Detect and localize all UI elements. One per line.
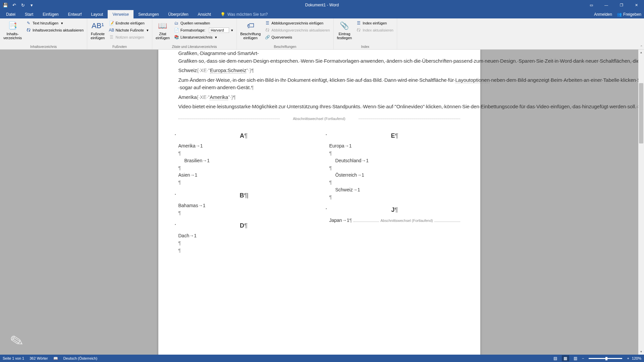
tab-ueberpruefen[interactable]: Überprüfen (164, 10, 193, 18)
tab-einfuegen[interactable]: Einfügen (38, 10, 63, 18)
qat-customize-icon[interactable]: ▾ (28, 1, 36, 9)
paragraph-index-amerika[interactable]: Amerika{·XE·"Amerika"·}¶ (178, 94, 460, 101)
group-index: 📎 Eintrag festlegen ☰Index einfügen 🗘Ind… (334, 18, 397, 49)
zoom-level[interactable]: 120% (632, 356, 641, 360)
endnote-icon: 📝 (109, 20, 114, 26)
crossref-icon: 🔗 (265, 35, 270, 40)
section-break: Abschnittswechsel (Fortlaufend) (178, 116, 460, 122)
tab-sendungen[interactable]: Sendungen (133, 10, 163, 18)
index-entry: ¶ (178, 247, 309, 254)
tell-me-search[interactable]: 💡Was möchten Sie tun? (216, 10, 272, 18)
signin-button[interactable]: Anmelden (594, 12, 612, 17)
ribbon-content: 📑 Inhalts- verzeichnis ✎Text hinzufügen▾… (0, 18, 644, 50)
bulb-icon: 💡 (220, 12, 225, 17)
scroll-down-icon[interactable]: ▼ (638, 349, 644, 355)
index-entry: Brasilien→1 (178, 157, 309, 164)
index-letter-e: ▪E¶ (329, 131, 460, 140)
paragraph[interactable]: Zum·Ändern·der·Weise,·in·der·sich·ein·Bi… (178, 76, 460, 92)
index-col-left[interactable]: ▪A¶ Amerika→1¶ Brasilien→1¶ Asien→1¶ ▪B¶… (178, 127, 309, 254)
tab-verweise[interactable]: Verweise (108, 10, 133, 18)
share-icon: 👥 (617, 12, 622, 17)
update-index-icon: 🗘 (356, 27, 361, 33)
collapse-ribbon-icon[interactable]: ⌃ (640, 45, 643, 49)
tab-ansicht[interactable]: Ansicht (193, 10, 216, 18)
ribbon-tabs: Datei Start Einfügen Entwurf Layout Verw… (0, 10, 644, 18)
section-break-inline: Abschnittswechsel (Fortlaufend) (380, 218, 433, 224)
caption-icon: 🏷 (245, 20, 256, 31)
zoom-slider[interactable] (589, 358, 622, 359)
zoom-in-icon[interactable]: + (627, 356, 629, 360)
status-language[interactable]: Deutsch (Österreich) (63, 356, 97, 360)
view-web-icon[interactable]: ▥ (572, 355, 579, 361)
undo-icon[interactable]: ↶ (10, 1, 18, 9)
status-page[interactable]: Seite 1 von 1 (3, 356, 24, 360)
next-footnote-button[interactable]: ABNächste Fußnote▾ (108, 27, 150, 34)
bibliography-button[interactable]: 📚Literaturverzeichnis▾ (172, 34, 234, 41)
document-scroll[interactable]: Grafiken,·Diagramme·und·SmartArt-Grafike… (0, 50, 638, 355)
insert-figure-index-button[interactable]: ☰Abbildungsverzeichnis einfügen (263, 20, 331, 26)
status-words[interactable]: 362 Wörter (30, 356, 48, 360)
scroll-thumb[interactable] (639, 83, 643, 143)
maximize-icon[interactable]: ❐ (614, 0, 629, 10)
group-footnotes: AB¹ Fußnote einfügen 📝Endnote einfügen A… (87, 18, 152, 49)
add-text-button[interactable]: ✎Text hinzufügen▾ (24, 20, 85, 26)
update-index-button[interactable]: 🗘Index aktualisieren (355, 27, 395, 34)
index-entry: Dach→1 (178, 232, 309, 239)
group-captions: 🏷 Beschriftung einfügen ☰Abbildungsverze… (237, 18, 333, 49)
page[interactable]: Grafiken,·Diagramme·und·SmartArt-Grafike… (158, 50, 480, 355)
insert-endnote-button[interactable]: 📝Endnote einfügen (108, 20, 150, 26)
index-entry: Schweiz→1 (329, 186, 460, 193)
redo-icon[interactable]: ↻ (19, 1, 27, 9)
titlebar: 💾 ↶ ↻ ▾ Dokument1 - Word ▭ — ❐ ✕ (0, 0, 644, 10)
manage-icon: 🗂 (174, 20, 179, 26)
index-letter-d: ▪D¶ (178, 221, 309, 230)
insert-index-button[interactable]: ☰Index einfügen (355, 20, 395, 26)
index-entry: Europa→1 (329, 142, 460, 149)
save-icon[interactable]: 💾 (1, 1, 9, 9)
paragraph[interactable]: Grafiken,·Diagramme·und·SmartArt-Grafike… (178, 50, 460, 65)
notes-icon: ☰ (109, 35, 114, 40)
tab-entwurf[interactable]: Entwurf (63, 10, 87, 18)
style-icon: 📄 (174, 27, 179, 33)
update-figure-index-button[interactable]: 🗘Abbildungsverzeichnis aktualisieren (263, 27, 331, 34)
index-letter-a: ▪A¶ (178, 131, 309, 140)
index-entry: Österreich→1 (329, 172, 460, 179)
paragraph-index-schweiz[interactable]: Schweiz{·XE·"Europa:Schweiz"·}¶ (178, 67, 460, 74)
scroll-up-icon[interactable]: ▲ (638, 50, 644, 55)
status-proofing-icon[interactable]: 📖 (53, 356, 58, 361)
tab-datei[interactable]: Datei (1, 10, 20, 18)
crossref-button[interactable]: 🔗Querverweis (263, 34, 331, 41)
show-notes-button[interactable]: ☰Notizen anzeigen (108, 34, 150, 41)
index-letter-j: ▪J¶ (329, 205, 460, 215)
window-title: Dokument1 - Word (305, 3, 339, 7)
ribbon-right: Anmelden 👥Freigeben (594, 10, 641, 18)
tab-layout[interactable]: Layout (86, 10, 108, 18)
group-toc: 📑 Inhalts- verzeichnis ✎Text hinzufügen▾… (0, 18, 87, 49)
view-read-icon[interactable]: ▤ (552, 355, 559, 361)
vertical-scrollbar[interactable]: ▲ ▼ (638, 50, 644, 355)
window-controls: ▭ — ❐ ✕ (584, 0, 644, 10)
toc-icon: 📑 (7, 20, 18, 31)
close-icon[interactable]: ✕ (629, 0, 644, 10)
index-entry: Amerika→1 (178, 142, 309, 149)
tab-start[interactable]: Start (20, 10, 38, 18)
add-text-icon: ✎ (26, 20, 31, 26)
update-fig-icon: 🗘 (265, 27, 270, 33)
update-toc-button[interactable]: 🗘Inhaltsverzeichnis aktualisieren (24, 27, 85, 34)
paragraph[interactable]: Video·bietet·eine·leistungsstarke·Möglic… (178, 103, 460, 111)
ribbon-options-icon[interactable]: ▭ (584, 0, 599, 10)
footnote-icon: AB¹ (92, 20, 103, 31)
manage-sources-button[interactable]: 🗂Quellen verwalten (172, 20, 234, 26)
zoom-thumb[interactable] (605, 357, 607, 360)
index-col-right[interactable]: ▪E¶ Europa→1¶ Deutschland→1¶ Österreich→… (329, 127, 460, 254)
zoom-out-icon[interactable]: − (582, 356, 584, 360)
mark-entry-icon: 📎 (339, 20, 350, 31)
index-columns: ▪A¶ Amerika→1¶ Brasilien→1¶ Asien→1¶ ▪B¶… (178, 127, 460, 254)
index-icon: ☰ (356, 20, 361, 26)
minimize-icon[interactable]: — (599, 0, 614, 10)
citation-style-select[interactable]: 📄Formatvorlage: Harvard▾ (172, 27, 234, 34)
view-print-icon[interactable]: ▦ (562, 355, 569, 361)
share-button[interactable]: 👥Freigeben (617, 12, 641, 17)
quick-access-toolbar: 💾 ↶ ↻ ▾ (0, 1, 36, 9)
document-area: Grafiken,·Diagramme·und·SmartArt-Grafike… (0, 50, 644, 355)
